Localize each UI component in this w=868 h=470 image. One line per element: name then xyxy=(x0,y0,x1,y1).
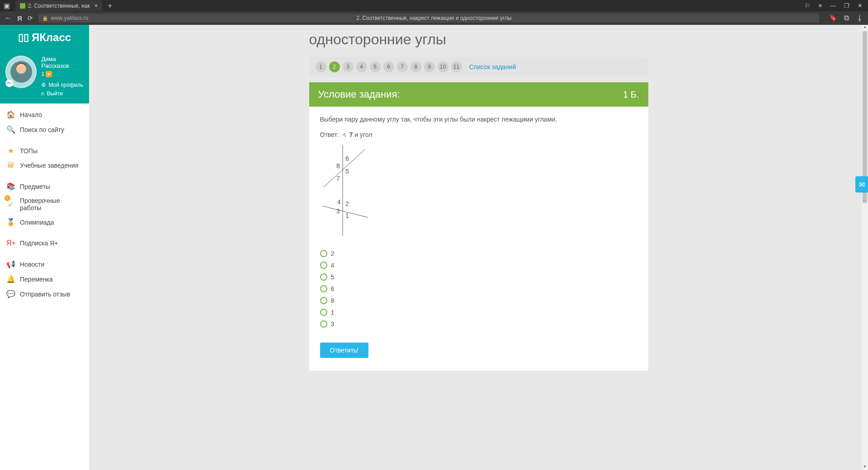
nav-olympiad[interactable]: 🏅Олимпиада xyxy=(0,215,89,230)
step-10[interactable]: 10 xyxy=(438,61,448,72)
page-heading: односторонние углы xyxy=(309,25,648,57)
main-content: односторонние углы 1 2 3 4 5 6 7 8 9 10 … xyxy=(89,25,868,470)
radio-icon xyxy=(320,309,327,316)
close-window-icon[interactable]: ✕ xyxy=(858,2,863,9)
option-8[interactable]: 8 xyxy=(320,295,637,306)
submit-button[interactable]: Ответить! xyxy=(320,343,369,358)
avatar[interactable]: Я+ xyxy=(5,56,37,88)
scrollbar[interactable]: ▲ ▼ xyxy=(862,25,868,470)
copy-icon[interactable]: ⧉ xyxy=(844,14,849,22)
minimize-icon[interactable]: — xyxy=(830,2,836,9)
url-text: www.yaklass.ru xyxy=(51,15,89,21)
task-list-link[interactable]: Список заданий xyxy=(469,63,516,70)
radio-icon xyxy=(320,250,327,257)
nav-search[interactable]: 🔍Поиск по сайту xyxy=(0,122,89,137)
radio-icon xyxy=(320,262,327,269)
nav-tops[interactable]: ★ТОПы xyxy=(0,143,89,158)
sidebar: ▯▯ ЯКласс Я+ Дима Рассказов 1 ★ ⚙ Мой пр… xyxy=(0,25,89,470)
svg-text:5: 5 xyxy=(345,168,349,175)
step-4[interactable]: 4 xyxy=(356,61,367,72)
nav-break[interactable]: 🔔Переменка xyxy=(0,272,89,287)
user-score: 1 xyxy=(41,71,44,77)
option-4[interactable]: 4 xyxy=(320,259,637,271)
sidebar-logo[interactable]: ▯▯ ЯКласс xyxy=(0,25,89,50)
task-question: Выбери пару данному углу так, чтобы эти … xyxy=(320,116,637,123)
condition-title: Условие задания: xyxy=(318,89,400,100)
answer-line: Ответ: ∢ 7 и угол xyxy=(320,131,637,138)
step-2[interactable]: 2 xyxy=(329,61,340,72)
yplus-icon: Я+ xyxy=(6,239,15,247)
condition-header: Условие задания: 1 Б. xyxy=(309,82,648,107)
bookmark-icon[interactable]: 🔖 xyxy=(829,14,837,22)
nav-subjects[interactable]: 📚Предметы xyxy=(0,179,89,194)
step-11[interactable]: 11 xyxy=(451,61,462,72)
scroll-down-arrow[interactable]: ▼ xyxy=(863,465,867,470)
radio-icon xyxy=(320,285,327,292)
new-tab-button[interactable]: + xyxy=(108,1,112,10)
lock-icon: 🔒 xyxy=(42,15,48,21)
medal-icon: 🏅 xyxy=(6,218,15,226)
download-icon[interactable]: ⭳ xyxy=(856,14,863,22)
step-1[interactable]: 1 xyxy=(316,61,326,72)
browser-sidebar-toggle[interactable]: ▣ xyxy=(4,2,10,10)
feedback-tab[interactable]: ✉ xyxy=(855,176,868,193)
logout-icon: ⎋ xyxy=(41,89,44,98)
svg-text:4: 4 xyxy=(337,198,341,206)
logout-link[interactable]: ⎋ Выйти xyxy=(41,89,84,98)
megaphone-icon: 📢 xyxy=(6,260,15,268)
bell-icon: 🔔 xyxy=(6,275,15,283)
star-icon: ★ xyxy=(6,146,15,155)
option-2[interactable]: 2 xyxy=(320,248,637,259)
option-6[interactable]: 6 xyxy=(320,283,637,295)
books-icon: 📚 xyxy=(6,182,15,191)
avatar-badge: Я+ xyxy=(5,79,14,87)
step-9[interactable]: 9 xyxy=(424,61,435,72)
tab-favicon xyxy=(20,3,25,9)
nav-tests[interactable]: 1✓Проверочные работы xyxy=(0,194,89,215)
tab-title: 2. Соответственные, нак xyxy=(28,3,90,9)
radio-icon xyxy=(320,297,327,304)
task-body: Выбери пару данному углу так, чтобы эти … xyxy=(309,107,648,371)
svg-text:7: 7 xyxy=(336,175,340,182)
svg-text:2: 2 xyxy=(345,200,349,207)
nav-feedback[interactable]: 💬Отправить отзыв xyxy=(0,287,89,301)
condition-points: 1 Б. xyxy=(623,89,639,100)
option-1[interactable]: 1 xyxy=(320,306,637,318)
logo-icon: ▯▯ xyxy=(18,32,29,43)
building-icon: 🏛 xyxy=(6,161,15,169)
reload-button[interactable]: ⟳ xyxy=(28,14,33,22)
profile-link[interactable]: ⚙ Мой профиль xyxy=(41,81,84,89)
check-icon: ✓ xyxy=(6,200,15,209)
nav-home[interactable]: 🏠Начало xyxy=(0,107,89,122)
yandex-icon[interactable]: Я xyxy=(17,14,22,22)
nav-institutions[interactable]: 🏛Учебные заведения xyxy=(0,158,89,173)
menu-icon[interactable]: ≡ xyxy=(818,2,822,9)
tab-close-icon[interactable]: × xyxy=(94,2,98,9)
radio-icon xyxy=(320,320,327,328)
step-5[interactable]: 5 xyxy=(370,61,381,72)
option-3[interactable]: 3 xyxy=(320,318,637,330)
scroll-up-arrow[interactable]: ▲ xyxy=(863,25,867,30)
step-3[interactable]: 3 xyxy=(343,61,354,72)
step-7[interactable]: 7 xyxy=(397,61,408,72)
step-8[interactable]: 8 xyxy=(410,61,421,72)
svg-line-1 xyxy=(324,149,365,187)
back-button[interactable]: ← xyxy=(5,14,12,22)
nav-news[interactable]: 📢Новости xyxy=(0,257,89,272)
browser-tab[interactable]: 2. Соответственные, нак × xyxy=(15,0,102,11)
logo-text: ЯКласс xyxy=(32,31,71,44)
angle-icon: ∢ xyxy=(342,132,347,138)
option-5[interactable]: 5 xyxy=(320,271,637,283)
svg-text:6: 6 xyxy=(345,155,349,162)
maximize-icon[interactable]: ❐ xyxy=(844,2,849,9)
step-6[interactable]: 6 xyxy=(383,61,394,72)
page-title-center: 2. Соответственные, накрест лежащие и од… xyxy=(356,15,512,21)
profile-icon: ⚙ xyxy=(41,81,46,89)
nav-subscription[interactable]: Я+Подписка Я+ xyxy=(0,236,89,250)
bookmark-bar-icon[interactable]: ⚐ xyxy=(805,2,810,9)
user-name: Дима Рассказов xyxy=(41,56,84,69)
chat-icon: 💬 xyxy=(6,290,15,298)
home-icon: 🏠 xyxy=(6,110,15,119)
user-block: Я+ Дима Рассказов 1 ★ ⚙ Мой профиль ⎋ Вы… xyxy=(0,50,89,103)
svg-text:3: 3 xyxy=(336,207,340,215)
